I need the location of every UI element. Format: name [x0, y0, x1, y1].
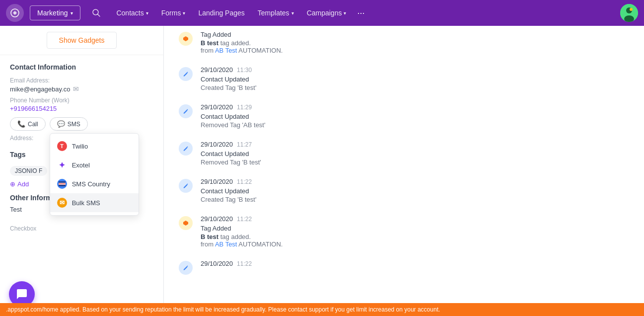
timeline-header: 29/10/2020 11:22 — [201, 215, 629, 223]
email-icon: ✉ — [73, 85, 79, 93]
timeline-icon-tag — [179, 32, 193, 46]
search-button[interactable] — [88, 5, 104, 21]
nav-links: Contacts ▾ Forms ▾ Landing Pages Templat… — [110, 6, 368, 20]
timeline-time: 11:27 — [237, 141, 252, 148]
show-gadgets-button[interactable]: Show Gadgets — [47, 32, 117, 49]
top-navigation: Marketing ▾ Contacts ▾ Forms ▾ Landing P… — [0, 0, 644, 26]
user-avatar[interactable] — [620, 4, 638, 22]
event-detail: Removed Tag 'AB test' — [201, 121, 629, 129]
show-gadgets-bar: Show Gadgets — [0, 26, 163, 55]
timeline-content: 29/10/2020 11:22 Contact Updated Created… — [201, 178, 629, 203]
marketing-dropdown[interactable]: Marketing ▾ — [30, 5, 80, 20]
contact-info-title: Contact Information — [10, 63, 153, 71]
sms-provider-bulksms[interactable]: ✉ Bulk SMS — [50, 193, 139, 212]
email-value: mike@engagebay.co ✉ — [10, 85, 153, 93]
automation-link[interactable]: AB Test — [215, 240, 237, 248]
event-title: Tag Added — [201, 31, 629, 38]
timeline-header: 29/10/2020 11:29 — [201, 103, 629, 111]
more-menu[interactable]: ··· — [353, 6, 368, 20]
timeline-time: 11:22 — [237, 260, 252, 267]
svg-rect-10 — [59, 184, 66, 185]
timeline-header: 29/10/2020 11:22 — [201, 178, 629, 185]
timeline-icon-edit — [179, 142, 193, 156]
bottom-notification-bar: .appspot.com/home applied. Based on your… — [0, 303, 644, 316]
timeline-header: 29/10/2020 11:22 — [201, 260, 629, 267]
timeline-time: 11:30 — [237, 67, 252, 74]
timeline-date: 29/10/2020 — [201, 103, 233, 111]
email-label: Email Address: — [10, 77, 153, 84]
timeline-icon-edit — [179, 261, 193, 275]
exotel-icon: ✦ — [57, 160, 67, 170]
svg-line-2 — [98, 14, 100, 17]
timeline-item: 29/10/2020 11:22 Contact Updated Created… — [179, 178, 629, 203]
chevron-icon: ▾ — [291, 10, 294, 16]
timeline-item: 29/10/2020 11:22 — [179, 260, 629, 275]
sms-provider-smscountry[interactable]: SMS Country — [50, 174, 139, 193]
call-button[interactable]: 📞 Call — [10, 117, 46, 131]
timeline-icon-edit — [179, 104, 193, 118]
timeline-icon-edit — [179, 179, 193, 193]
event-detail: B test tag added. — [201, 39, 629, 47]
url-text: .appspot.com/home — [6, 306, 58, 313]
timeline-content: Tag Added B test tag added. from AB Test… — [201, 31, 629, 54]
timeline-icon-tag — [179, 216, 193, 230]
automation-link[interactable]: AB Test — [215, 47, 237, 54]
app-logo[interactable] — [6, 4, 24, 22]
timeline-time: 11:22 — [237, 178, 252, 185]
event-title: Contact Updated — [201, 113, 629, 120]
sms-dropdown: T Twilio ✦ Exotel — [50, 133, 139, 216]
sms-provider-twilio[interactable]: T Twilio — [50, 137, 139, 156]
svg-marker-12 — [183, 221, 188, 226]
timeline-item: 29/10/2020 11:30 Contact Updated Created… — [179, 66, 629, 91]
timeline-date: 29/10/2020 — [201, 66, 233, 74]
plus-icon: ⊕ — [10, 180, 15, 188]
event-title: Contact Updated — [201, 150, 629, 158]
timeline-item: Tag Added B test tag added. from AB Test… — [179, 31, 629, 54]
action-buttons: 📞 Call 💬 SMS T Twilio — [10, 117, 153, 131]
timeline-date: 29/10/2020 — [201, 260, 233, 267]
forms-nav[interactable]: Forms ▾ — [155, 6, 192, 20]
add-tag-button[interactable]: ⊕ Add — [10, 180, 29, 188]
chevron-icon: ▾ — [146, 10, 148, 16]
phone-icon: 📞 — [17, 120, 25, 128]
event-title: Contact Updated — [201, 187, 629, 195]
smscountry-icon — [57, 179, 67, 189]
event-detail: B test tag added. — [201, 233, 629, 240]
timeline-content: 29/10/2020 11:30 Contact Updated Created… — [201, 66, 629, 91]
svg-rect-9 — [59, 183, 66, 183]
event-detail: Created Tag 'B test' — [201, 84, 629, 91]
timeline-time: 11:22 — [237, 216, 252, 223]
sms-button[interactable]: 💬 SMS — [50, 117, 88, 131]
sms-icon: 💬 — [57, 120, 65, 128]
event-source: from AB Test AUTOMATION. — [201, 47, 629, 54]
timeline-header: 29/10/2020 11:30 — [201, 66, 629, 74]
timeline-icon-edit — [179, 67, 193, 81]
tag-chip-jsonio: JSONIO F — [10, 166, 47, 176]
contacts-nav[interactable]: Contacts ▾ — [110, 6, 154, 20]
timeline-header: 29/10/2020 11:27 — [201, 141, 629, 148]
timeline-item: 29/10/2020 11:27 Contact Updated Removed… — [179, 141, 629, 166]
contact-info-section: Contact Information Email Address: mike@… — [0, 55, 163, 151]
bulksms-icon: ✉ — [57, 198, 67, 208]
event-detail: Created Tag 'B test' — [201, 196, 629, 203]
timeline-content: 29/10/2020 11:27 Contact Updated Removed… — [201, 141, 629, 166]
notification-text: applied. Based on your sending reputatio… — [60, 306, 440, 313]
event-detail: Removed Tag 'B test' — [201, 158, 629, 166]
checkbox-label: Checkbox — [10, 225, 153, 232]
sms-provider-exotel[interactable]: ✦ Exotel — [50, 156, 139, 174]
timeline-date: 29/10/2020 — [201, 215, 233, 223]
chevron-icon: ▾ — [183, 10, 185, 16]
templates-nav[interactable]: Templates ▾ — [252, 6, 300, 20]
main-layout: Show Gadgets Contact Information Email A… — [0, 26, 644, 316]
event-source: from AB Test AUTOMATION. — [201, 240, 629, 248]
event-title: Tag Added — [201, 225, 629, 232]
timeline-date: 29/10/2020 — [201, 141, 233, 148]
svg-marker-11 — [183, 36, 188, 41]
phone-label: Phone Number (Work) — [10, 97, 153, 104]
campaigns-nav[interactable]: Campaigns ▾ — [301, 6, 353, 20]
timeline-area: Tag Added B test tag added. from AB Test… — [164, 26, 644, 316]
sidebar: Show Gadgets Contact Information Email A… — [0, 26, 164, 316]
landing-pages-nav[interactable]: Landing Pages — [192, 6, 250, 20]
phone-number: +919666154215 — [10, 105, 153, 112]
timeline-item: 29/10/2020 11:22 Tag Added B test tag ad… — [179, 215, 629, 248]
